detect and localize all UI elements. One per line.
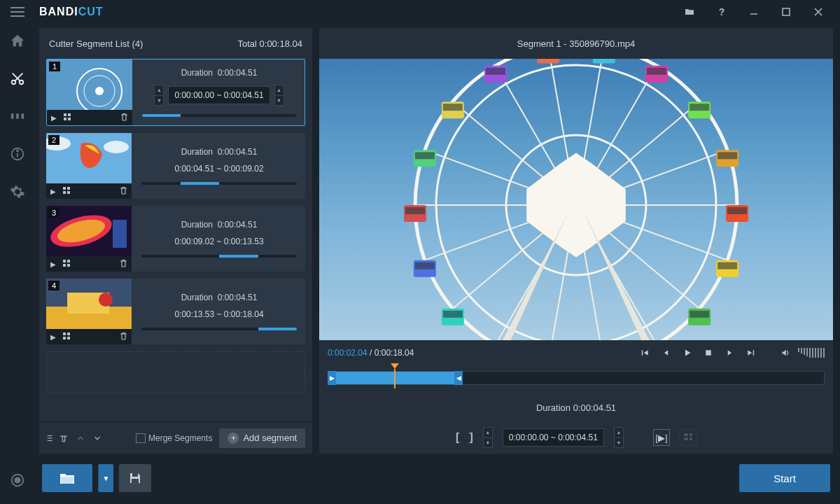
- home-icon[interactable]: [6, 29, 29, 52]
- list-menu-icon[interactable]: [46, 433, 69, 443]
- play-range-icon[interactable]: [▶]: [653, 429, 670, 446]
- svg-rect-28: [67, 191, 70, 194]
- move-down-icon[interactable]: [92, 433, 102, 443]
- segment-position-bar: [141, 255, 297, 258]
- segment-thumbnail[interactable]: 4: [46, 279, 132, 329]
- segment-grid-icon[interactable]: [63, 187, 70, 195]
- move-up-icon[interactable]: [76, 433, 85, 443]
- segment-thumbnail[interactable]: 1: [47, 59, 132, 110]
- svg-rect-118: [690, 438, 692, 440]
- svg-marker-69: [526, 153, 626, 258]
- segment-thumbnail[interactable]: 3: [46, 206, 132, 256]
- empty-segment-slot[interactable]: [46, 351, 305, 393]
- step-fwd-icon[interactable]: [721, 344, 738, 361]
- open-dropdown-button[interactable]: ▼: [98, 464, 113, 492]
- svg-rect-8: [22, 113, 24, 118]
- set-end-bracket[interactable]: ]: [469, 431, 472, 444]
- svg-rect-73: [718, 262, 737, 270]
- svg-rect-21: [68, 118, 71, 120]
- segment-position-bar: [141, 182, 297, 185]
- segment-grid-icon[interactable]: [64, 113, 71, 122]
- set-start-bracket[interactable]: [: [456, 431, 459, 444]
- seek-start-icon[interactable]: [637, 344, 654, 361]
- svg-point-13: [15, 477, 20, 482]
- segment-play-icon[interactable]: ▶: [50, 188, 56, 195]
- preview-duration: Duration 0:00:04.51: [319, 393, 833, 421]
- segment-grid-icon[interactable]: [63, 332, 70, 341]
- svg-rect-115: [684, 433, 688, 436]
- settings-icon[interactable]: [6, 181, 29, 203]
- record-icon[interactable]: [6, 469, 29, 491]
- help-button[interactable]: ?: [706, 0, 738, 24]
- close-button[interactable]: [802, 0, 834, 24]
- add-segment-button[interactable]: +Add segment: [219, 428, 305, 448]
- svg-rect-96: [537, 59, 559, 64]
- svg-rect-26: [67, 187, 70, 190]
- range-end-handle[interactable]: ◀: [454, 371, 463, 385]
- range-start-handle[interactable]: ▶: [328, 371, 336, 385]
- segment-delete-icon[interactable]: [120, 113, 128, 122]
- minimize-button[interactable]: [738, 0, 770, 24]
- step-back-icon[interactable]: [658, 344, 675, 361]
- preview-range: 0:00:00.00 ~ 0:00:04.51: [503, 428, 604, 447]
- svg-rect-93: [443, 104, 463, 111]
- svg-rect-106: [642, 350, 643, 356]
- segment-item[interactable]: 1 ▶ Duration 0:00:04.51 ▲▼ 0:00:00.00 ~ …: [46, 59, 305, 126]
- seg-end-spinner[interactable]: ▲▼: [274, 85, 284, 106]
- svg-marker-112: [748, 350, 752, 356]
- svg-rect-101: [647, 68, 666, 75]
- segment-grid-icon[interactable]: [63, 260, 70, 268]
- svg-rect-98: [593, 59, 615, 64]
- svg-point-17: [95, 87, 104, 95]
- svg-rect-1: [783, 8, 790, 15]
- volume-icon[interactable]: [777, 344, 794, 361]
- seek-end-icon[interactable]: [742, 344, 759, 361]
- open-folder-icon[interactable]: [673, 0, 706, 24]
- segment-item[interactable]: 4 ▶ Duration 0:00:04.51 0:00:13.53 ~ 0:0…: [46, 279, 305, 344]
- segment-play-icon[interactable]: ▶: [50, 333, 56, 341]
- merge-segments-checkbox[interactable]: Merge Segments: [136, 433, 212, 443]
- svg-rect-75: [690, 311, 709, 318]
- join-icon[interactable]: [6, 105, 29, 127]
- end-spinner[interactable]: ▲▼: [614, 427, 624, 448]
- segment-number: 2: [48, 135, 59, 145]
- info-icon[interactable]: [6, 143, 29, 165]
- segment-number: 3: [48, 208, 59, 218]
- segment-item[interactable]: 3 ▶ Duration 0:00:04.51 0:00:09.02 ~ 0:0…: [46, 206, 305, 272]
- play-icon[interactable]: [679, 344, 696, 361]
- start-spinner[interactable]: ▲▼: [483, 427, 493, 448]
- segment-item[interactable]: 2 ▶ Duration 0:00:04.51 0:00:04.51 ~ 0:0…: [46, 133, 305, 199]
- svg-rect-20: [64, 118, 66, 120]
- menu-button[interactable]: [0, 0, 35, 24]
- seg-start-spinner[interactable]: ▲▼: [154, 85, 164, 106]
- thumbnail-grid-icon[interactable]: [680, 429, 696, 446]
- playhead[interactable]: [391, 363, 399, 388]
- open-file-button[interactable]: [42, 464, 92, 492]
- svg-point-40: [99, 293, 113, 307]
- app-logo: BANDICUT: [39, 6, 104, 18]
- segment-delete-icon[interactable]: [120, 259, 127, 269]
- svg-rect-35: [63, 264, 66, 267]
- start-button[interactable]: Start: [739, 464, 830, 492]
- svg-rect-120: [132, 479, 139, 483]
- segment-thumbnail[interactable]: 2: [46, 133, 132, 183]
- svg-marker-107: [644, 350, 648, 356]
- save-button[interactable]: [119, 464, 151, 492]
- svg-rect-117: [684, 438, 688, 440]
- segment-delete-icon[interactable]: [120, 186, 127, 196]
- preview-title: Segment 1 - 350896790.mp4: [319, 28, 833, 59]
- stop-icon[interactable]: [700, 344, 717, 361]
- maximize-button[interactable]: [770, 0, 802, 24]
- video-preview[interactable]: [319, 59, 833, 340]
- svg-marker-109: [685, 350, 691, 356]
- total-label: Total 0:00:18.04: [237, 38, 302, 49]
- svg-rect-36: [67, 264, 70, 267]
- segment-delete-icon[interactable]: [120, 332, 127, 342]
- timeline[interactable]: ▶ ◀: [319, 365, 833, 393]
- volume-level[interactable]: [798, 348, 825, 358]
- svg-rect-42: [67, 332, 70, 335]
- cut-icon[interactable]: [6, 67, 29, 90]
- segment-position-bar: [142, 114, 296, 117]
- segment-play-icon[interactable]: ▶: [50, 260, 56, 268]
- segment-play-icon[interactable]: ▶: [51, 114, 57, 122]
